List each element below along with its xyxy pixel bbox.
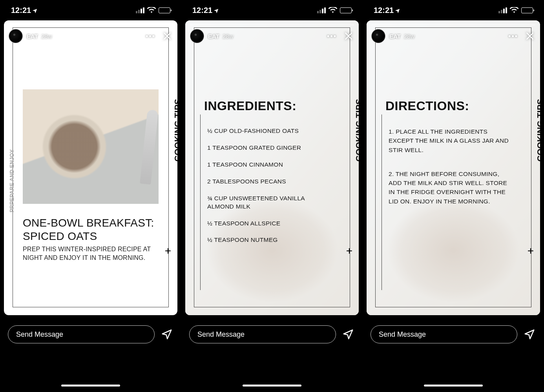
message-input[interactable]: Send Message — [189, 325, 336, 343]
message-placeholder: Send Message — [16, 330, 63, 339]
compose-bar: Send Message — [8, 325, 173, 343]
story-account-name[interactable]: EAT — [27, 33, 38, 40]
story-viewport[interactable]: EAT 28w ••• COOKING TIPS PRPEPARE AND EN… — [4, 20, 177, 315]
compose-bar: Send Message — [371, 325, 536, 343]
clock-time: 12:21 — [374, 6, 394, 15]
vertical-tag-right: COOKING TIPS — [354, 99, 359, 162]
battery-icon — [159, 7, 170, 13]
home-indicator[interactable] — [61, 385, 120, 387]
message-placeholder: Send Message — [379, 330, 426, 339]
phone-frame-2: 12:21 ➤ EAT 28w ••• COOKING TIPS INGREDI… — [181, 0, 363, 392]
list-item: 1 TEASPOON CINNAMON — [207, 161, 330, 169]
list-item: 1 TEASPOON GRATED GINGER — [207, 144, 330, 152]
close-button[interactable] — [343, 31, 354, 42]
recipe-subtitle: PREP THIS WINTER-INSPIRED RECIPE AT NIGH… — [23, 245, 157, 262]
status-bar: 12:21 ➤ — [0, 0, 181, 20]
cell-signal-icon — [317, 7, 326, 13]
send-button[interactable] — [160, 328, 173, 341]
cell-signal-icon — [136, 7, 144, 13]
location-icon: ➤ — [394, 6, 402, 14]
list-item: 1. PLACE ALL THE INGREDIENTS EXCEPT THE … — [389, 127, 512, 154]
story-age: 28w — [404, 33, 415, 40]
list-item: ½ TEASPOON ALLSPICE — [207, 220, 330, 228]
phone-frame-3: 12:21 ➤ EAT 28w ••• COOKING TIPS DIRECTI… — [363, 0, 544, 392]
story-viewport[interactable]: EAT 28w ••• COOKING TIPS INGREDIENTS: ½ … — [185, 20, 359, 315]
plus-icon: + — [528, 245, 534, 257]
story-account-name[interactable]: EAT — [208, 33, 219, 40]
location-icon: ➤ — [31, 6, 39, 14]
message-input[interactable]: Send Message — [8, 325, 155, 343]
battery-icon — [340, 7, 352, 13]
wifi-icon — [329, 7, 337, 13]
wifi-icon — [510, 7, 518, 13]
message-input[interactable]: Send Message — [371, 325, 517, 343]
section-heading: DIRECTIONS: — [385, 99, 469, 113]
clock-time: 12:21 — [11, 6, 31, 15]
section-heading: INGREDIENTS: — [204, 99, 296, 113]
plus-icon: + — [346, 245, 352, 257]
send-button[interactable] — [341, 328, 355, 341]
wifi-icon — [147, 7, 156, 13]
more-options-button[interactable]: ••• — [325, 31, 339, 42]
status-bar: 12:21 ➤ — [363, 0, 544, 20]
home-indicator[interactable] — [424, 385, 483, 387]
story-viewport[interactable]: EAT 28w ••• COOKING TIPS DIRECTIONS: 1. … — [367, 20, 540, 315]
recipe-title-line2: SPICED OATS — [23, 230, 97, 242]
story-progress-bar — [190, 24, 354, 25]
list-item: ½ TEASPOON NUTMEG — [207, 236, 330, 244]
list-item: ½ CUP OLD-FASHIONED OATS — [207, 127, 330, 135]
list-item: ¾ CUP UNSWEETENED VANILLA ALMOND MILK — [207, 194, 330, 211]
directions-list: 1. PLACE ALL THE INGREDIENTS EXCEPT THE … — [389, 127, 512, 221]
close-button[interactable] — [524, 31, 535, 42]
recipe-title-line1: ONE-BOWL BREAKFAST: — [23, 217, 154, 229]
battery-icon — [521, 7, 533, 13]
story-age: 28w — [223, 33, 234, 40]
compose-bar: Send Message — [189, 325, 355, 343]
status-bar: 12:21 ➤ — [181, 0, 363, 20]
story-progress-bar — [371, 24, 535, 25]
plus-icon: + — [165, 245, 171, 257]
title-block: ONE-BOWL BREAKFAST: SPICED OATS PREP THI… — [23, 216, 157, 262]
list-item: 2. THE NIGHT BEFORE CONSUMING, ADD THE M… — [389, 169, 512, 206]
cell-signal-icon — [498, 7, 507, 13]
send-button[interactable] — [523, 328, 536, 341]
avatar[interactable] — [371, 29, 385, 43]
vertical-tag-right: COOKING TIPS — [535, 99, 540, 162]
list-item: 2 TABLESPOONS PECANS — [207, 178, 330, 186]
phone-frame-1: 12:21 ➤ EAT 28w ••• COOKING TIPS PRPEPAR… — [0, 0, 181, 392]
story-account-name[interactable]: EAT — [389, 33, 401, 40]
avatar[interactable] — [9, 29, 23, 43]
inner-rule — [200, 114, 201, 290]
vertical-tag-right: COOKING TIPS — [173, 99, 177, 162]
story-progress-bar — [9, 24, 173, 25]
message-placeholder: Send Message — [197, 330, 245, 339]
location-icon: ➤ — [213, 6, 221, 14]
clock-time: 12:21 — [192, 6, 212, 15]
recipe-hero-image — [23, 89, 159, 204]
close-button[interactable] — [162, 31, 173, 42]
inner-rule — [382, 114, 382, 290]
more-options-button[interactable]: ••• — [506, 31, 520, 42]
home-indicator[interactable] — [243, 385, 301, 387]
vertical-tag-left: PRPEPARE AND ENJOY — [9, 149, 15, 212]
avatar[interactable] — [190, 29, 204, 43]
more-options-button[interactable]: ••• — [143, 31, 158, 42]
ingredients-list: ½ CUP OLD-FASHIONED OATS 1 TEASPOON GRAT… — [207, 127, 330, 253]
story-age: 28w — [41, 33, 52, 40]
